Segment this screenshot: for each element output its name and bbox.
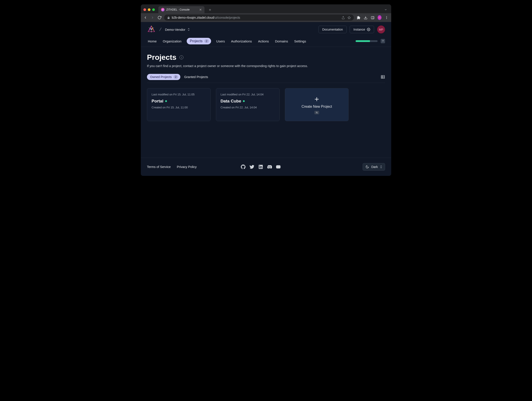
browser-toolbar: b2b-demo-rbxajm.zitadel.cloud/ui/console…: [141, 13, 391, 22]
gear-icon: [367, 28, 370, 31]
chevron-up-down-icon: [188, 28, 190, 31]
kebab-menu-icon[interactable]: [385, 16, 389, 19]
breadcrumb-separator: /: [159, 27, 162, 32]
svg-point-5: [386, 16, 387, 17]
theme-label: Dark: [371, 165, 378, 169]
page-subtitle: If you can't find a project, contact a p…: [147, 64, 385, 68]
share-icon[interactable]: [342, 16, 345, 19]
nav-settings[interactable]: Settings: [293, 38, 307, 45]
nav-authorizations[interactable]: Authorizations: [230, 38, 253, 45]
app-root: / Demo-Vendor Documentation Instance MP: [141, 22, 391, 176]
discord-icon[interactable]: [267, 164, 272, 169]
onboarding-progress-fill: [356, 40, 370, 42]
url-bar[interactable]: b2b-demo-rbxajm.zitadel.cloud/ui/console…: [164, 14, 354, 21]
new-tab-button[interactable]: ＋: [206, 6, 214, 13]
nav-projects-badge: 2: [204, 39, 209, 43]
create-project-card[interactable]: ＋ Create New Project N: [285, 88, 348, 121]
project-created: Created on Fri 15. Jul, 11:00: [152, 106, 206, 109]
org-name: Demo-Vendor: [165, 28, 185, 32]
nav-forward-icon[interactable]: [151, 16, 154, 19]
zitadel-favicon: [161, 8, 165, 11]
project-name: Data Cube: [221, 99, 241, 103]
svg-point-16: [366, 166, 367, 166]
window-maximize[interactable]: [152, 8, 155, 11]
browser-tab-title: ZITADEL · Console: [166, 8, 190, 11]
svg-rect-3: [371, 16, 374, 19]
window-close[interactable]: [143, 8, 146, 11]
footer-tos-link[interactable]: Terms of Service: [147, 165, 171, 169]
theme-switcher[interactable]: Dark: [363, 163, 385, 171]
window-minimize[interactable]: [148, 8, 151, 11]
documentation-label: Documentation: [322, 28, 343, 31]
social-links: [241, 164, 281, 169]
tab-owned-projects[interactable]: Owned Projects 2: [147, 74, 180, 80]
nav-actions[interactable]: Actions: [257, 38, 270, 45]
app-header: / Demo-Vendor Documentation Instance MP: [141, 22, 391, 37]
help-button[interactable]: ?: [381, 39, 385, 43]
bookmark-star-icon[interactable]: [348, 16, 351, 19]
documentation-button[interactable]: Documentation: [318, 26, 347, 33]
svg-point-7: [386, 18, 387, 19]
svg-point-9: [368, 29, 369, 30]
url-path: /ui/console/projects: [214, 16, 240, 19]
project-name: Portal: [152, 99, 163, 103]
youtube-icon[interactable]: [276, 164, 281, 169]
nav-reload-icon[interactable]: [158, 16, 161, 19]
extensions-icon[interactable]: [356, 16, 361, 19]
main-nav: Home Organization Projects 2 Users Autho…: [141, 37, 391, 47]
tab-overflow-icon[interactable]: [384, 8, 389, 11]
project-card[interactable]: Last modified on Fri 22. Jul, 14:04 Data…: [216, 88, 280, 121]
zitadel-logo-icon[interactable]: [147, 25, 156, 34]
onboarding-progress[interactable]: [356, 40, 378, 42]
app-footer: Terms of Service Privacy Policy Dark: [141, 158, 391, 176]
github-icon[interactable]: [241, 164, 246, 169]
footer-privacy-link[interactable]: Privacy Policy: [177, 165, 196, 169]
nav-projects-label: Projects: [190, 39, 203, 43]
create-project-label: Create New Project: [302, 105, 332, 109]
tab-close-icon[interactable]: ✕: [199, 8, 202, 11]
lock-icon: [167, 16, 170, 19]
project-modified: Last modified on Fri 22. Jul, 14:04: [221, 93, 275, 96]
user-avatar[interactable]: MP: [377, 26, 385, 33]
svg-rect-10: [381, 75, 385, 78]
downloads-icon[interactable]: [364, 16, 367, 19]
nav-back-icon[interactable]: [143, 16, 147, 19]
tab-granted-projects[interactable]: Granted Projects: [184, 75, 208, 79]
project-card[interactable]: Last modified on Fri 15. Jul, 11:05 Port…: [147, 88, 211, 121]
nav-projects[interactable]: Projects 2: [187, 38, 211, 45]
browser-tab[interactable]: ZITADEL · Console ✕: [158, 6, 204, 13]
project-created: Created on Fri 22. Jul, 14:04: [221, 106, 275, 109]
list-view-toggle-icon[interactable]: [381, 75, 385, 79]
browser-tab-bar: ZITADEL · Console ✕ ＋: [141, 4, 391, 13]
status-active-icon: [243, 100, 245, 102]
browser-window: ZITADEL · Console ✕ ＋ b2b-demo-rbxajm.zi…: [141, 4, 391, 176]
project-card-grid: Last modified on Fri 15. Jul, 11:05 Port…: [147, 88, 385, 121]
nav-organization[interactable]: Organization: [162, 38, 182, 45]
project-modified: Last modified on Fri 15. Jul, 11:05: [152, 93, 206, 96]
url-host: b2b-demo-rbxajm.zitadel.cloud: [172, 16, 214, 19]
chevron-up-down-icon: [380, 165, 382, 168]
panel-icon[interactable]: [371, 16, 374, 19]
profile-avatar-icon[interactable]: [378, 15, 381, 20]
project-tabs: Owned Projects 2 Granted Projects: [147, 74, 385, 83]
window-controls: [143, 8, 155, 11]
moon-icon: [366, 165, 369, 169]
info-icon[interactable]: i: [179, 55, 184, 59]
svg-point-6: [386, 17, 387, 18]
avatar-initials: MP: [379, 28, 383, 31]
create-project-shortcut: N: [314, 111, 319, 114]
status-active-icon: [165, 100, 167, 102]
svg-marker-1: [348, 16, 351, 19]
page-title: Projects: [147, 53, 176, 62]
plus-icon: ＋: [313, 95, 320, 103]
instance-button[interactable]: Instance: [350, 26, 374, 33]
org-switcher[interactable]: Demo-Vendor: [165, 28, 190, 32]
nav-domains[interactable]: Domains: [274, 38, 289, 45]
instance-label: Instance: [353, 28, 365, 31]
main-content: Projects i If you can't find a project, …: [141, 47, 391, 158]
tab-owned-badge: 2: [174, 75, 178, 79]
nav-home[interactable]: Home: [147, 38, 158, 45]
linkedin-icon[interactable]: [258, 164, 263, 169]
nav-users[interactable]: Users: [215, 38, 226, 45]
twitter-icon[interactable]: [250, 164, 254, 169]
